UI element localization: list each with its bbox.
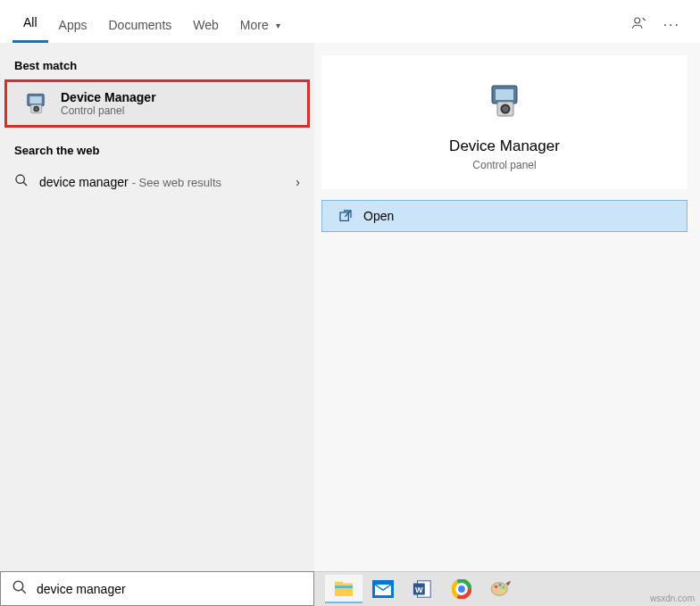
preview-title: Device Manager xyxy=(321,137,688,155)
svg-rect-2 xyxy=(29,96,41,104)
tab-web[interactable]: Web xyxy=(182,11,229,39)
preview-panel: Device Manager Control panel Open xyxy=(314,43,700,571)
open-button[interactable]: Open xyxy=(321,200,688,232)
search-icon xyxy=(14,173,32,191)
watermark: wsxdn.com xyxy=(650,594,695,603)
svg-point-32 xyxy=(502,586,504,589)
taskbar-word[interactable]: W xyxy=(404,575,441,603)
svg-rect-17 xyxy=(335,582,343,586)
web-term: device manager xyxy=(39,175,129,189)
svg-point-30 xyxy=(495,585,497,588)
svg-line-15 xyxy=(21,589,26,594)
taskbar-chrome[interactable] xyxy=(443,575,480,603)
tab-documents[interactable]: Documents xyxy=(97,11,182,39)
open-icon xyxy=(338,209,353,223)
device-manager-icon xyxy=(21,89,50,118)
search-input[interactable] xyxy=(37,582,303,596)
svg-point-12 xyxy=(503,106,509,112)
device-manager-icon xyxy=(483,80,526,123)
preview-subtitle: Control panel xyxy=(321,159,688,171)
svg-point-33 xyxy=(500,590,503,593)
svg-text:W: W xyxy=(415,585,423,594)
search-box[interactable] xyxy=(0,571,314,606)
taskbar-mail[interactable] xyxy=(364,575,402,603)
chevron-right-icon[interactable]: › xyxy=(296,175,300,189)
svg-point-14 xyxy=(13,581,23,591)
taskbar-paint[interactable] xyxy=(482,575,520,603)
filter-tabs: All Apps Documents Web More ··· xyxy=(0,0,700,43)
svg-point-0 xyxy=(634,18,639,23)
search-web-label: Search the web xyxy=(0,140,314,164)
feedback-icon[interactable] xyxy=(631,15,647,35)
web-search-result[interactable]: device manager - See web results › xyxy=(0,164,314,200)
tab-more[interactable]: More xyxy=(229,11,291,39)
best-match-label: Best match xyxy=(0,55,314,79)
taskbar-explorer[interactable] xyxy=(325,575,362,603)
svg-rect-18 xyxy=(335,585,353,588)
preview-card: Device Manager Control panel xyxy=(321,55,688,189)
options-icon[interactable]: ··· xyxy=(663,17,680,33)
svg-point-5 xyxy=(35,107,38,111)
svg-line-7 xyxy=(23,182,27,186)
best-match-title: Device Manager xyxy=(61,90,156,104)
search-icon xyxy=(12,579,28,599)
svg-point-31 xyxy=(498,584,501,586)
best-match-result[interactable]: Device Manager Control panel xyxy=(4,79,310,128)
tab-all[interactable]: All xyxy=(12,8,48,43)
tab-apps[interactable]: Apps xyxy=(48,11,98,39)
web-hint: - See web results xyxy=(132,176,221,189)
results-panel: Best match Device Manager Control panel … xyxy=(0,43,314,571)
taskbar: W wsxdn.com xyxy=(314,571,700,606)
svg-point-6 xyxy=(16,175,24,183)
best-match-subtitle: Control panel xyxy=(61,104,156,117)
svg-rect-9 xyxy=(496,89,513,100)
open-label: Open xyxy=(363,209,394,223)
